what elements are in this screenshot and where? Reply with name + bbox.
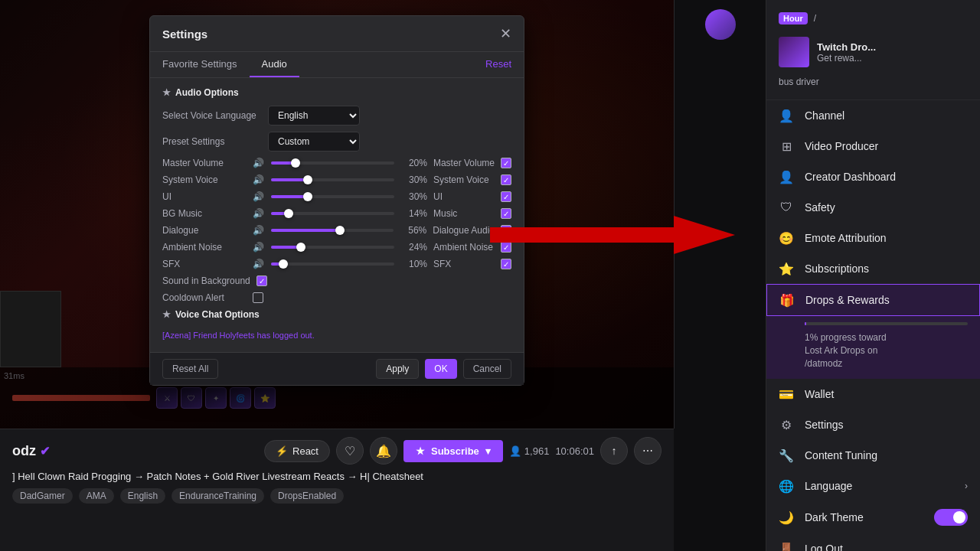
twitch-drop-row[interactable]: Twitch Dro... Get rewa... xyxy=(766,31,980,73)
cooldown-alert-label: Cooldown Alert xyxy=(162,292,247,303)
slider-name-right-6: SFX xyxy=(433,259,495,269)
sidebar-item-wallet[interactable]: 💳Wallet xyxy=(766,379,980,409)
react-button[interactable]: ⚡ React xyxy=(264,440,330,462)
slider-name-right-3: Music xyxy=(433,208,495,219)
sliders-container: Master Volume🔊20%Master Volume✓System Vo… xyxy=(162,158,511,269)
subscriptions-icon: ⭐ xyxy=(779,261,794,276)
reset-all-button[interactable]: Reset All xyxy=(162,359,218,379)
sidebar-item-content-tuning[interactable]: 🔧Content Tuning xyxy=(766,440,980,471)
slider-checkbox-3[interactable]: ✓ xyxy=(501,208,511,219)
tag-dadgamer[interactable]: DadGamer xyxy=(12,488,73,504)
slider-track-6[interactable] xyxy=(271,262,394,266)
log-text: [Azena] Friend Holyfeets has logged out. xyxy=(162,331,315,340)
cooldown-alert-checkbox[interactable] xyxy=(253,292,263,303)
slider-thumb-3[interactable] xyxy=(284,209,293,218)
slider-thumb-6[interactable] xyxy=(279,259,288,269)
slider-label-6: SFX xyxy=(162,259,247,269)
slider-name-right-0: Master Volume xyxy=(433,158,495,168)
viewer-count: 👤 1,961 xyxy=(509,445,550,457)
slider-track-5[interactable] xyxy=(271,246,394,249)
sidebar-hour-header: Hour / xyxy=(766,6,980,31)
slider-checkbox-0[interactable]: ✓ xyxy=(501,158,511,168)
settings-icon: ⚙ xyxy=(779,417,794,432)
slider-track-3[interactable] xyxy=(271,212,394,215)
slider-checkbox-1[interactable]: ✓ xyxy=(501,174,511,185)
slider-track-0[interactable] xyxy=(271,161,394,165)
more-button[interactable]: ⋯ xyxy=(634,437,662,465)
slider-track-2[interactable] xyxy=(271,195,394,198)
drop-avatar xyxy=(779,37,809,67)
share-button[interactable]: ↑ xyxy=(600,437,628,465)
speaker-icon-0: 🔊 xyxy=(253,158,265,168)
star-icon-2: ★ xyxy=(162,309,171,320)
sidebar-item-log-out[interactable]: 🚪Log Out xyxy=(766,533,980,551)
slider-row-master-volume: Master Volume🔊20%Master Volume✓ xyxy=(162,158,511,168)
slider-thumb-0[interactable] xyxy=(291,158,300,168)
slider-thumb-4[interactable] xyxy=(335,226,345,235)
sidebar-item-video-producer[interactable]: ⊞Video Producer xyxy=(766,131,980,161)
slider-thumb-2[interactable] xyxy=(303,192,312,201)
sound-in-bg-row: Sound in Background ✓ xyxy=(162,276,511,286)
settings-modal: Settings ✕ Favorite Settings Audio Reset… xyxy=(149,15,524,386)
slider-checkbox-6[interactable]: ✓ xyxy=(501,259,511,269)
sidebar-label-drops-rewards: Drops & Rewards xyxy=(805,294,967,306)
preset-settings-select[interactable]: Custom xyxy=(268,132,360,152)
modal-header: Settings ✕ xyxy=(150,16,524,52)
tab-reset[interactable]: Reset xyxy=(473,52,524,77)
slider-label-0: Master Volume xyxy=(162,158,247,168)
apply-button[interactable]: Apply xyxy=(376,359,419,379)
sidebar-item-safety[interactable]: 🛡Safety xyxy=(766,192,980,223)
slider-name-right-5: Ambient Noise xyxy=(433,242,495,253)
voice-language-select[interactable]: English xyxy=(268,106,360,126)
chevron-right-icon: › xyxy=(965,481,968,491)
slider-thumb-1[interactable] xyxy=(303,175,312,184)
slider-checkbox-4[interactable]: ✓ xyxy=(501,225,511,236)
slider-track-1[interactable] xyxy=(271,178,394,181)
sidebar-item-creator-dashboard[interactable]: 👤Creator Dashboard xyxy=(766,161,980,192)
cancel-button[interactable]: Cancel xyxy=(463,359,511,379)
dark-theme-toggle[interactable] xyxy=(934,509,968,526)
ok-button[interactable]: OK xyxy=(425,359,456,379)
drop-info: Twitch Dro... Get rewa... xyxy=(817,41,876,64)
tab-favorite-settings[interactable]: Favorite Settings xyxy=(150,52,250,77)
tag-english[interactable]: English xyxy=(120,488,165,504)
sidebar-item-channel[interactable]: 👤Channel xyxy=(766,100,980,131)
slider-fill-1 xyxy=(271,178,308,181)
slider-checkbox-2[interactable]: ✓ xyxy=(501,191,511,202)
sidebar-item-dark-theme[interactable]: 🌙Dark Theme xyxy=(766,501,980,533)
stream-actions: ⚡ React ♡ 🔔 ★ Subscribe ▾ 👤 1,961 10:06:… xyxy=(264,437,662,465)
tab-audio[interactable]: Audio xyxy=(250,52,299,77)
heart-button[interactable]: ♡ xyxy=(336,437,364,465)
slider-track-4[interactable] xyxy=(271,229,394,232)
sidebar-label-settings: Settings xyxy=(805,419,968,431)
slider-fill-2 xyxy=(271,195,308,198)
drops-progress-bar xyxy=(805,322,968,325)
sidebar-item-settings[interactable]: ⚙Settings xyxy=(766,409,980,440)
voice-chat-section-header: ★ Voice Chat Options xyxy=(162,309,511,320)
audio-section-header: ★ Audio Options xyxy=(162,87,511,98)
sidebar-item-subscriptions[interactable]: ⭐Subscriptions xyxy=(766,253,980,284)
slider-row-dialogue: Dialogue🔊56%Dialogue Audio✓ xyxy=(162,225,511,236)
slider-label-1: System Voice xyxy=(162,174,247,185)
bell-button[interactable]: 🔔 xyxy=(370,437,397,465)
tag-dropsenabled[interactable]: DropsEnabled xyxy=(270,488,344,504)
tag-endurancetraining[interactable]: EnduranceTraining xyxy=(172,488,264,504)
tag-ama[interactable]: AMA xyxy=(79,488,114,504)
sidebar-item-drops-rewards[interactable]: 🎁Drops & Rewards xyxy=(766,284,980,316)
sound-in-bg-checkbox[interactable]: ✓ xyxy=(256,276,267,286)
slider-thumb-5[interactable] xyxy=(296,243,305,252)
side-avatar xyxy=(705,9,736,40)
sidebar-item-emote-attribution[interactable]: 😊Emote Attribution xyxy=(766,223,980,253)
content-tuning-icon: 🔧 xyxy=(779,448,794,463)
sidebar-item-language[interactable]: 🌐Language› xyxy=(766,471,980,501)
modal-close-button[interactable]: ✕ xyxy=(500,25,511,42)
video-producer-icon: ⊞ xyxy=(779,139,794,154)
subscribe-button[interactable]: ★ Subscribe ▾ xyxy=(403,440,503,462)
sidebar-label-video-producer: Video Producer xyxy=(805,140,968,152)
slider-label-4: Dialogue xyxy=(162,225,247,236)
slider-checkbox-5[interactable]: ✓ xyxy=(501,242,511,253)
safety-icon: 🛡 xyxy=(779,200,794,215)
stream-bottom-bar: odz ✔ ⚡ React ♡ 🔔 ★ Subscribe ▾ 👤 1,961 … xyxy=(0,429,674,551)
sidebar-label-safety: Safety xyxy=(805,201,968,214)
chevron-down-icon: ▾ xyxy=(485,445,491,457)
